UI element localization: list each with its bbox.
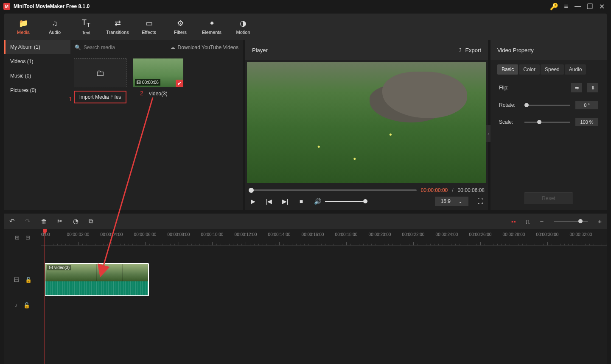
scale-label: Scale: bbox=[499, 119, 519, 125]
lock-icon[interactable]: 🔓 bbox=[23, 302, 30, 308]
tab-transitions[interactable]: ⇄Transitions bbox=[103, 16, 132, 37]
ruler-tick: 00:00:06:00 bbox=[134, 232, 157, 237]
flip-vertical-button[interactable]: ⥮ bbox=[587, 83, 598, 92]
aspect-ratio-select[interactable]: 16:9⌄ bbox=[435, 197, 468, 206]
timeline-ruler[interactable]: 00:0000:00:02:0000:00:04:0000:00:06:0000… bbox=[41, 229, 607, 246]
music-icon: ♫ bbox=[52, 19, 58, 28]
titlebar: M MiniTool MovieMaker Free 8.1.0 🔑 ≡ — ❐… bbox=[0, 0, 611, 13]
fullscreen-button[interactable]: ⛶ bbox=[476, 198, 485, 205]
scale-slider[interactable] bbox=[524, 122, 570, 123]
export-button[interactable]: ⤴ Export bbox=[459, 47, 481, 53]
media-panel: My Album (1) Videos (1) Music (0) Pictur… bbox=[4, 40, 243, 210]
zoom-out-button[interactable]: − bbox=[540, 218, 544, 225]
prev-frame-button[interactable]: |◀ bbox=[265, 198, 273, 205]
minimize-button[interactable]: — bbox=[572, 0, 584, 12]
magnet-icon[interactable]: ▪▪ bbox=[511, 218, 516, 225]
clip-added-check-icon: ✔ bbox=[176, 80, 183, 87]
folder-icon: 📁 bbox=[19, 19, 28, 28]
crop-button[interactable]: ⧉ bbox=[89, 217, 93, 225]
menu-icon[interactable]: ≡ bbox=[560, 0, 572, 12]
ruler-tick: 00:00:14:00 bbox=[268, 232, 291, 237]
proptab-audio[interactable]: Audio bbox=[565, 64, 586, 75]
track-area[interactable]: 00:0000:00:02:0000:00:04:0000:00:06:0000… bbox=[41, 229, 607, 364]
proptab-color[interactable]: Color bbox=[519, 64, 540, 75]
stop-button[interactable]: ■ bbox=[297, 198, 306, 205]
track-header-spacer bbox=[4, 246, 41, 263]
track-row-overlay[interactable] bbox=[41, 246, 607, 263]
flip-horizontal-button[interactable]: ⇋ bbox=[571, 83, 582, 92]
transitions-icon: ⇄ bbox=[115, 19, 121, 28]
timeline-clip[interactable]: 🎞video(3) bbox=[45, 263, 149, 296]
tab-media[interactable]: 📁Media bbox=[8, 16, 38, 37]
player-title: Player bbox=[252, 47, 459, 53]
download-youtube-link[interactable]: ☁ Download YouTube Videos bbox=[170, 44, 238, 50]
timeline: ⊞ ⊟ 🎞 🔓 ♪ 🔓 00:0000:00:02:0000:00:04:000… bbox=[4, 229, 607, 364]
key-icon[interactable]: 🔑 bbox=[548, 0, 560, 12]
clip-label: video(3) bbox=[54, 265, 70, 270]
rotate-label: Rotate: bbox=[499, 102, 519, 108]
clip-duration-badge: 🎞00:00:06 bbox=[135, 79, 160, 86]
tab-filters[interactable]: ⚙Filters bbox=[165, 16, 195, 37]
media-browser: 🔍 Search media ☁ Download YouTube Videos… bbox=[70, 40, 243, 210]
tab-effects[interactable]: ▭Effects bbox=[134, 16, 164, 37]
tab-text[interactable]: TTText bbox=[71, 16, 101, 38]
sidebar-item-music[interactable]: Music (0) bbox=[4, 69, 70, 83]
play-button[interactable]: ▶ bbox=[249, 198, 257, 205]
sidebar-item-myalbum[interactable]: My Album (1) bbox=[4, 40, 70, 54]
search-icon: 🔍 bbox=[75, 44, 81, 50]
delete-button[interactable]: 🗑 bbox=[41, 218, 47, 225]
lock-icon[interactable]: 🔓 bbox=[25, 277, 32, 283]
filters-icon: ⚙ bbox=[177, 19, 184, 28]
tab-motion[interactable]: ◑Motion bbox=[228, 16, 258, 37]
add-track-icon[interactable]: ⊞ bbox=[15, 234, 20, 241]
import-media-dropzone[interactable]: 🗀 bbox=[74, 58, 126, 87]
close-button[interactable]: ✕ bbox=[596, 0, 608, 12]
undo-button[interactable]: ↶ bbox=[9, 217, 15, 225]
rotate-value[interactable]: 0 ° bbox=[575, 101, 598, 109]
maximize-button[interactable]: ❐ bbox=[584, 0, 596, 12]
collapse-panel-button[interactable]: › bbox=[486, 125, 490, 142]
sidebar-item-pictures[interactable]: Pictures (0) bbox=[4, 83, 70, 97]
elements-icon: ✦ bbox=[209, 19, 215, 28]
track-row-video[interactable]: 🎞video(3) bbox=[41, 263, 607, 297]
marker-icon[interactable]: ⎍ bbox=[526, 218, 530, 225]
ruler-tick: 00:00:30:00 bbox=[536, 232, 559, 237]
next-frame-button[interactable]: ▶| bbox=[281, 198, 289, 205]
proptab-basic[interactable]: Basic bbox=[497, 64, 518, 75]
track-row-audio[interactable] bbox=[41, 297, 607, 314]
rotate-slider[interactable] bbox=[524, 105, 570, 106]
collapse-tracks-icon[interactable]: ⊟ bbox=[25, 234, 30, 241]
time-duration: 00:00:06:08 bbox=[458, 187, 485, 193]
volume-slider[interactable] bbox=[325, 201, 367, 202]
redo-button[interactable]: ↷ bbox=[25, 217, 31, 225]
playhead[interactable] bbox=[45, 229, 45, 364]
property-title: Video Property bbox=[490, 40, 607, 60]
search-input[interactable]: 🔍 Search media bbox=[75, 44, 166, 50]
film-icon: 🎞 bbox=[49, 265, 53, 270]
app-title: MiniTool MovieMaker Free 8.1.0 bbox=[14, 3, 548, 9]
ruler-tick: 00:00:28:00 bbox=[503, 232, 525, 237]
audio-track-icon[interactable]: ♪ bbox=[15, 302, 18, 308]
tab-audio[interactable]: ♫Audio bbox=[40, 17, 70, 37]
zoom-slider[interactable] bbox=[554, 221, 588, 222]
tab-elements[interactable]: ✦Elements bbox=[197, 16, 227, 37]
scrub-bar[interactable] bbox=[249, 189, 417, 191]
speed-button[interactable]: ◔ bbox=[73, 217, 78, 225]
scale-value[interactable]: 100 % bbox=[575, 118, 598, 126]
annotation-1: 1 bbox=[69, 96, 72, 103]
split-button[interactable]: ✂ bbox=[57, 217, 63, 225]
sidebar-item-videos[interactable]: Videos (1) bbox=[4, 54, 70, 69]
ruler-tick: 00:00:26:00 bbox=[469, 232, 492, 237]
reset-button[interactable]: Reset bbox=[524, 192, 572, 204]
ruler-tick: 00:00:10:00 bbox=[201, 232, 224, 237]
annotation-2: 2 bbox=[140, 90, 143, 97]
player-panel: Player ⤴ Export 00:00:00:00 / 00:00:06:0… bbox=[245, 40, 488, 210]
proptab-speed[interactable]: Speed bbox=[541, 64, 564, 75]
top-toolbar: 📁Media ♫Audio TTText ⇄Transitions ▭Effec… bbox=[4, 14, 607, 40]
volume-icon[interactable]: 🔊 bbox=[313, 198, 322, 205]
export-icon: ⤴ bbox=[459, 47, 462, 53]
import-media-button[interactable]: Import Media Files bbox=[74, 91, 126, 103]
zoom-in-button[interactable]: + bbox=[598, 218, 602, 225]
video-track-icon[interactable]: 🎞 bbox=[14, 277, 19, 283]
video-preview[interactable] bbox=[247, 62, 486, 183]
